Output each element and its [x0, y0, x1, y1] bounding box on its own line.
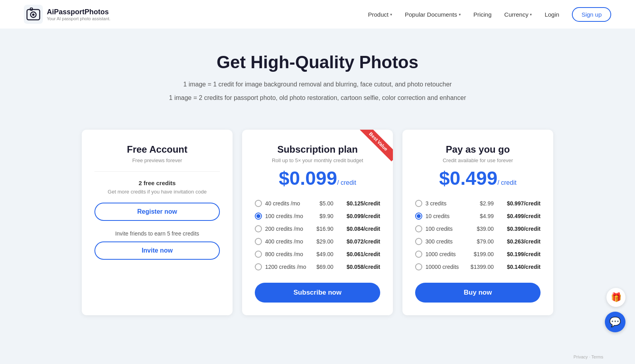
radio-icon — [415, 213, 422, 220]
logo-tagline: Your AI passport photo assistant. — [47, 16, 110, 21]
radio-icon — [255, 213, 262, 220]
nav-product[interactable]: Product ▾ — [368, 11, 392, 18]
buy-button[interactable]: Buy now — [415, 283, 541, 303]
nav: Product ▾ Popular Documents ▾ Pricing Cu… — [368, 7, 611, 22]
subscription-options: 40 credits /mo $5.00 $0.125/credit 100 c… — [255, 197, 380, 273]
radio-icon — [415, 251, 422, 258]
subscription-price-display: $0.099/ credit — [255, 167, 380, 189]
free-card-subtitle: Free previews forever — [94, 157, 220, 163]
logo[interactable]: AiPassportPhotos Your AI passport photo … — [24, 5, 110, 24]
payg-option-1[interactable]: 10 credits $4.99 $0.499/credit — [415, 210, 541, 222]
payg-card: Pay as you go Credit available for use f… — [402, 130, 553, 315]
subscription-option-5[interactable]: 1200 credits /mo $69.00 $0.058/credit — [255, 261, 380, 273]
widget-area: 🎁 💬 — [605, 288, 625, 332]
radio-icon — [255, 225, 262, 232]
gift-widget[interactable]: 🎁 — [606, 288, 625, 307]
chevron-down-icon: ▾ — [459, 12, 461, 17]
signup-button[interactable]: Sign up — [572, 7, 611, 22]
payg-price-display: $0.499/ credit — [415, 167, 541, 189]
logo-icon — [24, 5, 43, 24]
free-credits-sub: Get more credits if you have invitation … — [94, 189, 220, 195]
header: AiPassportPhotos Your AI passport photo … — [0, 0, 635, 29]
hero-section: Get High-Quality Photos 1 image = 1 cred… — [0, 29, 635, 122]
svg-point-3 — [32, 13, 35, 16]
radio-icon — [415, 238, 422, 245]
invite-text: Invite friends to earn 5 free credits — [94, 230, 220, 237]
radio-icon — [255, 263, 262, 270]
payg-option-0[interactable]: 3 credits $2.99 $0.997/credit — [415, 197, 541, 210]
radio-icon — [415, 263, 422, 270]
radio-icon — [255, 200, 262, 207]
payg-card-title: Pay as you go — [415, 144, 541, 155]
payg-option-2[interactable]: 100 credits $39.00 $0.390/credit — [415, 222, 541, 235]
chat-widget[interactable]: 💬 — [605, 312, 625, 332]
best-value-badge — [357, 130, 393, 165]
login-link[interactable]: Login — [545, 11, 559, 18]
logo-text: AiPassportPhotos Your AI passport photo … — [47, 8, 110, 21]
radio-icon — [255, 251, 262, 258]
payg-card-subtitle: Credit available for use forever — [415, 157, 541, 163]
subscription-card: Subscription plan Roll up to 5× your mon… — [242, 130, 393, 315]
nav-currency[interactable]: Currency ▾ — [504, 11, 532, 18]
free-card-title: Free Account — [94, 144, 220, 155]
radio-icon — [255, 238, 262, 245]
hero-line2: 1 image = 2 credits for passport photo, … — [8, 93, 627, 103]
register-button[interactable]: Register now — [94, 203, 220, 221]
subscription-option-2[interactable]: 200 credits /mo $16.90 $0.084/credit — [255, 222, 380, 235]
hero-line1: 1 image = 1 credit for image background … — [8, 79, 627, 90]
chevron-down-icon: ▾ — [390, 12, 392, 17]
logo-name: AiPassportPhotos — [47, 8, 110, 16]
payg-option-4[interactable]: 1000 credits $199.00 $0.199/credit — [415, 248, 541, 261]
hero-title: Get High-Quality Photos — [8, 52, 627, 72]
pricing-section: Free Account Free previews forever 2 fre… — [0, 122, 635, 339]
subscription-price-main: $0.099 — [279, 168, 337, 189]
payg-price-main: $0.499 — [439, 168, 498, 189]
subscribe-button[interactable]: Subscribe now — [255, 283, 380, 303]
subscription-option-0[interactable]: 40 credits /mo $5.00 $0.125/credit — [255, 197, 380, 210]
nav-popular-documents[interactable]: Popular Documents ▾ — [405, 11, 461, 18]
payg-option-3[interactable]: 300 credits $79.00 $0.263/credit — [415, 235, 541, 248]
invite-button[interactable]: Invite now — [94, 241, 220, 260]
subscription-option-4[interactable]: 800 credits /mo $49.00 $0.061/credit — [255, 248, 380, 261]
chevron-down-icon: ▾ — [530, 12, 532, 17]
free-credits-label: 2 free credits — [94, 180, 220, 186]
radio-icon — [415, 225, 422, 232]
radio-icon — [415, 200, 422, 207]
payg-options: 3 credits $2.99 $0.997/credit 10 credits… — [415, 197, 541, 273]
payg-price-unit: / credit — [497, 179, 516, 186]
subscription-price-unit: / credit — [337, 179, 356, 186]
payg-option-5[interactable]: 10000 credits $1399.00 $0.140/credit — [415, 261, 541, 273]
subscription-option-3[interactable]: 400 credits /mo $29.00 $0.072/credit — [255, 235, 380, 248]
subscription-option-1[interactable]: 100 credits /mo $9.90 $0.099/credit — [255, 210, 380, 222]
free-card: Free Account Free previews forever 2 fre… — [82, 130, 233, 315]
nav-pricing[interactable]: Pricing — [473, 11, 492, 18]
